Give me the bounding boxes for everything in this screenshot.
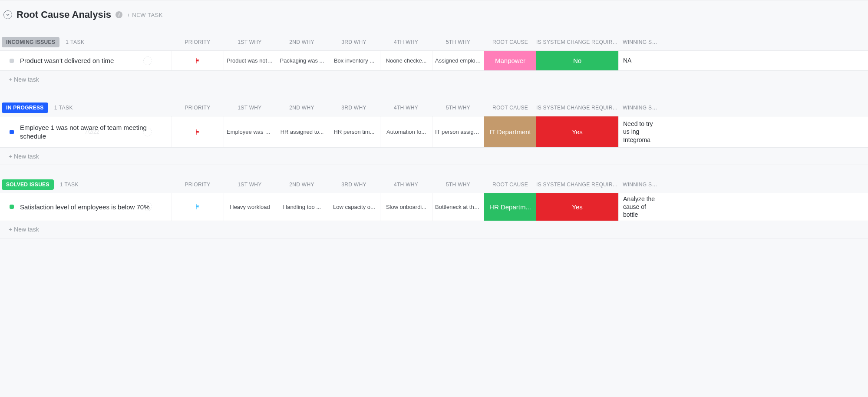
column-header-why4[interactable]: 4TH WHY: [380, 39, 432, 45]
winning-cell[interactable]: Analyze the cause of bottle: [618, 193, 660, 221]
list-header: Root Cause Analysis i + NEW TASK: [0, 9, 868, 33]
why5-cell[interactable]: IT person assigne...: [432, 116, 484, 147]
column-header-priority[interactable]: PRIORITY: [172, 39, 224, 45]
ghost-date: 7/2/22: [85, 129, 99, 135]
assignee-placeholder-icon[interactable]: [143, 202, 152, 211]
new-task-row[interactable]: + New task: [0, 148, 868, 165]
priority-cell[interactable]: [172, 116, 224, 147]
column-header-why3[interactable]: 3RD WHY: [328, 39, 380, 45]
group-header: INCOMING ISSUES 1 TASK PRIORITY1ST WHY2N…: [0, 33, 868, 51]
systemchange-cell[interactable]: No: [536, 51, 618, 70]
column-header-systemchange[interactable]: IS SYSTEM CHANGE REQUIRED?: [536, 182, 618, 188]
systemchange-cell[interactable]: Yes: [536, 193, 618, 221]
column-header-priority[interactable]: PRIORITY: [172, 182, 224, 188]
why5-cell[interactable]: Bottleneck at the...: [432, 193, 484, 221]
group-status-pill[interactable]: SOLVED ISSUES: [2, 179, 54, 190]
group-status-pill[interactable]: IN PROGRESS: [2, 103, 48, 113]
why5-cell[interactable]: Assigned employ...: [432, 51, 484, 70]
task-row[interactable]: Employee 1 was not aware of team meeting…: [0, 116, 868, 148]
rootcause-cell[interactable]: Manpower: [484, 51, 536, 70]
column-header-why1[interactable]: 1ST WHY: [224, 39, 276, 45]
why3-cell[interactable]: HR person tim...: [328, 116, 380, 147]
column-header-systemchange[interactable]: IS SYSTEM CHANGE REQUIRED?: [536, 105, 618, 111]
column-header-winning[interactable]: WINNING SOLUT: [618, 182, 660, 188]
why4-cell[interactable]: Automation fo...: [380, 116, 432, 147]
group-header: IN PROGRESS 1 TASK PRIORITY1ST WHY2ND WH…: [0, 99, 868, 116]
column-header-why2[interactable]: 2ND WHY: [276, 182, 328, 188]
group-name-wrap: INCOMING ISSUES 1 TASK: [0, 37, 172, 47]
group-name-wrap: IN PROGRESS 1 TASK: [0, 103, 172, 113]
why1-cell[interactable]: Employee was not b...: [224, 116, 276, 147]
priority-cell[interactable]: [172, 193, 224, 221]
list-view: Root Cause Analysis i + NEW TASK INCOMIN…: [0, 0, 868, 238]
task-name: Product wasn't delivered on time: [20, 56, 114, 65]
rootcause-cell[interactable]: IT Department: [484, 116, 536, 147]
task-row[interactable]: Product wasn't delivered on time Product…: [0, 51, 868, 71]
task-name-cell[interactable]: Employee 1 was not aware of team meeting…: [0, 116, 172, 147]
column-header-winning[interactable]: WINNING SOLUT: [618, 39, 660, 45]
winning-cell[interactable]: NA: [618, 51, 660, 70]
group-status-pill[interactable]: INCOMING ISSUES: [2, 37, 59, 47]
task-row[interactable]: Satisfaction level of employees is below…: [0, 193, 868, 221]
column-header-why1[interactable]: 1ST WHY: [224, 105, 276, 111]
column-header-why2[interactable]: 2ND WHY: [276, 105, 328, 111]
why3-cell[interactable]: Box inventory ...: [328, 51, 380, 70]
column-header-why5[interactable]: 5TH WHY: [432, 105, 484, 111]
new-task-row[interactable]: + New task: [0, 71, 868, 88]
column-header-why4[interactable]: 4TH WHY: [380, 182, 432, 188]
column-header-why2[interactable]: 2ND WHY: [276, 39, 328, 45]
column-header-priority[interactable]: PRIORITY: [172, 105, 224, 111]
group-task-count: 1 TASK: [54, 105, 73, 111]
winning-cell[interactable]: Need to try us ing Integroma: [618, 116, 660, 147]
group-task-count: 1 TASK: [60, 182, 79, 188]
column-header-why5[interactable]: 5TH WHY: [432, 39, 484, 45]
status-group: IN PROGRESS 1 TASK PRIORITY1ST WHY2ND WH…: [0, 99, 868, 165]
why4-cell[interactable]: Slow onboardi...: [380, 193, 432, 221]
group-header: SOLVED ISSUES 1 TASK PRIORITY1ST WHY2ND …: [0, 176, 868, 193]
column-header-why4[interactable]: 4TH WHY: [380, 105, 432, 111]
column-header-rootcause[interactable]: ROOT CAUSE: [484, 182, 536, 188]
column-header-winning[interactable]: WINNING SOLUT: [618, 105, 660, 111]
priority-cell[interactable]: [172, 51, 224, 70]
new-task-row[interactable]: + New task: [0, 221, 868, 238]
column-header-why3[interactable]: 3RD WHY: [328, 105, 380, 111]
list-title: Root Cause Analysis: [17, 9, 111, 20]
status-dot-icon[interactable]: [10, 130, 14, 134]
why3-cell[interactable]: Low capacity o...: [328, 193, 380, 221]
status-dot-icon[interactable]: [10, 205, 14, 209]
column-header-why3[interactable]: 3RD WHY: [328, 182, 380, 188]
group-name-wrap: SOLVED ISSUES 1 TASK: [0, 179, 172, 190]
info-icon[interactable]: i: [116, 11, 122, 18]
why2-cell[interactable]: Handling too ...: [276, 193, 328, 221]
why4-cell[interactable]: Noone checke...: [380, 51, 432, 70]
status-group: SOLVED ISSUES 1 TASK PRIORITY1ST WHY2ND …: [0, 176, 868, 238]
rootcause-cell[interactable]: HR Departm...: [484, 193, 536, 221]
why1-cell[interactable]: Heavy workload: [224, 193, 276, 221]
column-header-why5[interactable]: 5TH WHY: [432, 182, 484, 188]
status-dot-icon[interactable]: [10, 59, 14, 63]
systemchange-cell[interactable]: Yes: [536, 116, 618, 147]
new-task-button[interactable]: + NEW TASK: [127, 12, 163, 18]
column-header-why1[interactable]: 1ST WHY: [224, 182, 276, 188]
assignee-placeholder-icon[interactable]: [143, 56, 152, 65]
task-name: Satisfaction level of employees is below…: [20, 203, 150, 212]
group-task-count: 1 TASK: [66, 39, 84, 45]
task-name-cell[interactable]: Satisfaction level of employees is below…: [0, 193, 172, 221]
collapse-list-icon[interactable]: [3, 10, 12, 19]
task-name-cell[interactable]: Product wasn't delivered on time: [0, 51, 172, 70]
why1-cell[interactable]: Product was not rea...: [224, 51, 276, 70]
why2-cell[interactable]: Packaging was ...: [276, 51, 328, 70]
column-header-rootcause[interactable]: ROOT CAUSE: [484, 39, 536, 45]
column-header-rootcause[interactable]: ROOT CAUSE: [484, 105, 536, 111]
assignee-placeholder-icon[interactable]: [143, 128, 152, 136]
why2-cell[interactable]: HR assigned to...: [276, 116, 328, 147]
status-group: INCOMING ISSUES 1 TASK PRIORITY1ST WHY2N…: [0, 33, 868, 88]
column-header-systemchange[interactable]: IS SYSTEM CHANGE REQUIRED?: [536, 39, 618, 45]
